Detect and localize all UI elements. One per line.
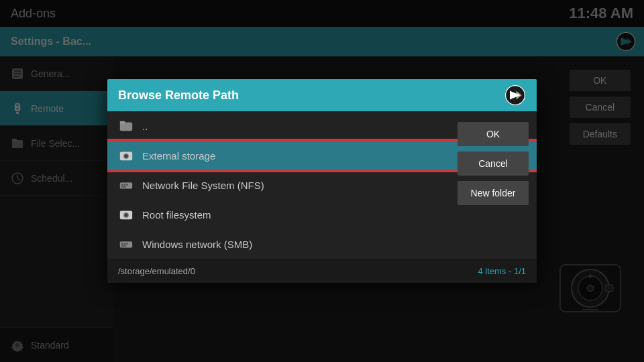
svg-rect-35: [123, 184, 125, 186]
modal-ok-button[interactable]: OK: [458, 122, 529, 146]
file-item-external-label: External storage: [142, 150, 215, 162]
folder-up-icon: [118, 118, 134, 134]
svg-rect-33: [120, 182, 132, 188]
smb-icon: [118, 236, 134, 252]
file-item-rootfs-label: Root filesystem: [142, 209, 211, 221]
modal-cancel-button[interactable]: Cancel: [458, 152, 529, 176]
svg-rect-42: [121, 243, 123, 245]
modal-title: Browse Remote Path: [118, 88, 239, 103]
svg-point-32: [125, 156, 127, 158]
modal-header: Browse Remote Path: [107, 79, 537, 111]
svg-rect-43: [123, 243, 125, 245]
svg-rect-34: [121, 184, 123, 186]
modal-current-path: /storage/emulated/0: [118, 266, 195, 276]
root-fs-icon: [118, 206, 134, 223]
modal-items-count: 4 items - 1/1: [478, 266, 526, 276]
svg-point-40: [125, 215, 127, 217]
modal-new-folder-button[interactable]: New folder: [458, 181, 529, 205]
svg-rect-44: [126, 243, 128, 245]
modal-content-area: .. External storage: [107, 111, 537, 259]
svg-rect-29: [120, 121, 125, 124]
modal-right-buttons: OK Cancel New folder: [449, 111, 537, 216]
file-item-smb[interactable]: Windows network (SMB): [107, 229, 537, 259]
svg-rect-37: [121, 186, 126, 188]
svg-rect-36: [126, 184, 128, 186]
file-item-nfs-label: Network File System (NFS): [142, 180, 264, 191]
browse-remote-path-dialog: Browse Remote Path ..: [107, 79, 537, 283]
nfs-icon: [118, 177, 134, 193]
svg-rect-28: [120, 123, 132, 131]
modal-footer: /storage/emulated/0 4 items - 1/1: [107, 259, 537, 283]
file-item-smb-label: Windows network (SMB): [142, 239, 252, 250]
svg-rect-45: [121, 245, 126, 247]
modal-kodi-icon: [504, 84, 526, 106]
external-storage-icon: [118, 147, 134, 164]
svg-rect-41: [120, 241, 132, 247]
file-item-parent-label: ..: [142, 121, 148, 132]
